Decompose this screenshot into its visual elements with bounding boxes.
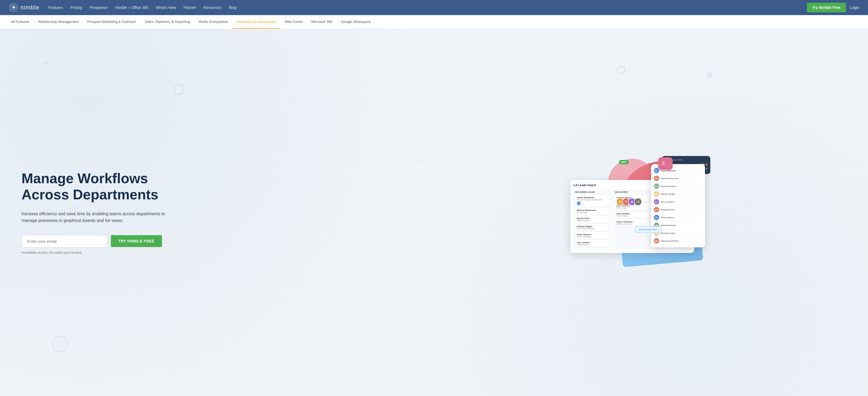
- card-name: Kathryn Mogen: [577, 225, 608, 228]
- kanban-col-incoming: Incoming Lead James McAllister Product M…: [574, 189, 612, 250]
- nav-features[interactable]: Features: [48, 5, 63, 10]
- deco-circle-2: [52, 336, 68, 352]
- list-row: MR Melissa Richmond: [654, 237, 702, 245]
- list-avatar: AH: [654, 207, 659, 212]
- card-sub: Data Analyst: [616, 207, 648, 209]
- deco-circle-1: [174, 84, 184, 95]
- secondary-nav-works-everywhere[interactable]: Works Everywhere: [194, 16, 232, 29]
- nav-office365[interactable]: Nimble + Office 365: [116, 5, 149, 10]
- secondary-nav-relationship[interactable]: Relationship Management: [34, 16, 83, 29]
- hero-form: TRY NIMBLE FREE: [22, 235, 434, 248]
- list-avatar: KM: [654, 191, 659, 197]
- avatars-cluster: K T A +3: [616, 198, 642, 206]
- kanban-card: Joyce Thomsen Marketing Director: [615, 219, 650, 226]
- nav-resources[interactable]: Resources: [204, 5, 221, 10]
- kanban-card: Darren Sims Digital Manager: [575, 216, 610, 223]
- card-sub: Head of Sales: [616, 215, 648, 217]
- nav-pricing[interactable]: Pricing: [70, 5, 82, 10]
- list-row: RA Raymond Atkins: [654, 182, 702, 190]
- new-badge: NEW: [619, 160, 629, 164]
- secondary-nav-all-features[interactable]: All Features: [6, 16, 34, 29]
- nav-partner[interactable]: Partner: [184, 5, 196, 10]
- dot-red: [706, 164, 708, 166]
- deco-plus-icon-1: +: [43, 58, 49, 68]
- hero-cta-button[interactable]: TRY NIMBLE FREE: [111, 235, 162, 247]
- nav-prospector[interactable]: Prospector: [90, 5, 108, 10]
- card-sub: Sales Director: [577, 244, 608, 246]
- login-button[interactable]: Login: [850, 5, 859, 10]
- deco-plus-icon-3: +: [416, 158, 421, 166]
- list-row: KM Kathryn Mcgee: [654, 190, 702, 198]
- secondary-nav-microsoft365[interactable]: Microsoft 365: [307, 16, 337, 29]
- list-avatar: KL: [654, 168, 659, 173]
- kanban-card: Alice Whitten Head of Sales: [615, 211, 650, 218]
- list-avatar: RA: [654, 183, 659, 189]
- kanban-card: Jake Jedkins Sales Director: [575, 240, 610, 247]
- hero-disclaimer: Immediate access. No credit card needed.: [22, 251, 434, 255]
- list-row: VH Victor Hansen: [654, 214, 702, 221]
- list-row: MR Melissa Richmond: [654, 175, 702, 182]
- list-contact-name: Kathryn Mcgee: [661, 193, 675, 195]
- svg-rect-2: [662, 161, 664, 162]
- card-name: Alice Whitten: [616, 213, 648, 215]
- drop-lead-zone: Drop Lead Here: [635, 226, 662, 233]
- list-contact-name: Adriyana Hicks: [661, 208, 675, 211]
- deco-circle-3: [617, 66, 625, 74]
- card-sub: HR Manager: [577, 211, 608, 214]
- deco-diamond: [706, 72, 713, 79]
- hero-subtitle: Increase efficiency and save time by ena…: [22, 210, 167, 224]
- list-avatar: MR: [654, 176, 659, 181]
- list-contact-name: Monique Grant: [661, 232, 675, 234]
- nav-whats-new[interactable]: What's New: [156, 5, 176, 10]
- top-nav-right: Try Nimble Free Login: [807, 3, 859, 12]
- list-avatar: VH: [654, 215, 659, 220]
- nav-blog[interactable]: Blog: [229, 5, 237, 10]
- top-nav: ✦ nimble Features Pricing Prospector Nim…: [0, 0, 868, 15]
- cluster-avatar-count: +3: [634, 198, 642, 206]
- list-contact-name: Raymond Atkins: [661, 185, 676, 188]
- nimble-logo-icon: ✦: [9, 3, 18, 12]
- dashboard-illustration: NEW ⚙ Configure Fields Lead Source: [570, 156, 710, 269]
- card-sub: Marketing Director: [616, 223, 648, 225]
- list-contact-name: Melissa Richmond: [661, 240, 678, 242]
- card-name: Jake Jedkins: [577, 242, 608, 244]
- hero-illustration: NEW ⚙ Configure Fields Lead Source: [434, 156, 846, 269]
- try-nimble-free-button[interactable]: Try Nimble Free: [807, 3, 846, 12]
- list-contact-name: Jared Randolph: [661, 224, 676, 227]
- email-input[interactable]: [22, 235, 107, 248]
- list-avatar: AJ: [654, 199, 659, 204]
- list-contact-name: Melissa Richmond: [661, 177, 678, 180]
- dot-grey: [706, 168, 708, 170]
- hero-title: Manage WorkflowsAcross Departments: [22, 171, 434, 203]
- card-sub: Partnership Manager: [577, 228, 608, 229]
- col-header-incoming: Incoming Lead: [575, 191, 610, 193]
- logo-text: nimble: [21, 4, 39, 11]
- list-contact-name: Victor Hansen: [661, 216, 674, 219]
- avatar-mini: J: [577, 201, 581, 205]
- kanban-card: Melissa Richmond HR Manager: [575, 208, 610, 215]
- list-contact-name: Amy Johnston: [661, 201, 675, 203]
- secondary-nav-prospect-marketing[interactable]: Prospect Marketing & Outreach: [83, 16, 140, 29]
- card-sub: Account Manager: [577, 236, 608, 237]
- secondary-nav-web-forms[interactable]: Web Forms: [280, 16, 307, 29]
- secondary-nav-sales[interactable]: Sales, Pipelines, & Reporting: [141, 16, 194, 29]
- list-row: AH Adriyana Hicks: [654, 206, 702, 214]
- list-row: AJ Amy Johnston: [654, 198, 702, 206]
- svg-text:✦: ✦: [11, 5, 16, 10]
- card-name: Melissa Richmond: [577, 209, 608, 211]
- card-name: James McAllister: [577, 196, 608, 199]
- kanban-card: Victor Hansen Account Manager: [575, 232, 610, 239]
- kanban-card: Kathryn Mogen Partnership Manager: [575, 224, 610, 231]
- svg-rect-4: [662, 164, 664, 165]
- secondary-nav-workflows[interactable]: Workflows & Automations: [232, 16, 280, 29]
- card-name: Victor Hansen: [577, 233, 608, 236]
- secondary-nav-google-workspace[interactable]: Google Workspace: [337, 16, 375, 29]
- kanban-card: James McAllister Product Manager at Micr…: [575, 195, 610, 207]
- contact-list-panel: KL Kameron Lange MR Melissa Richmond RA …: [651, 164, 705, 247]
- hero-content-left: Manage WorkflowsAcross Departments Incre…: [22, 171, 434, 255]
- col-header-qualified: Qualified: [615, 191, 650, 193]
- logo[interactable]: ✦ nimble: [9, 3, 39, 12]
- list-avatar: MR: [654, 238, 659, 244]
- secondary-nav: All Features Relationship Management Pro…: [0, 15, 868, 29]
- card-name: Darren Sims: [577, 217, 608, 220]
